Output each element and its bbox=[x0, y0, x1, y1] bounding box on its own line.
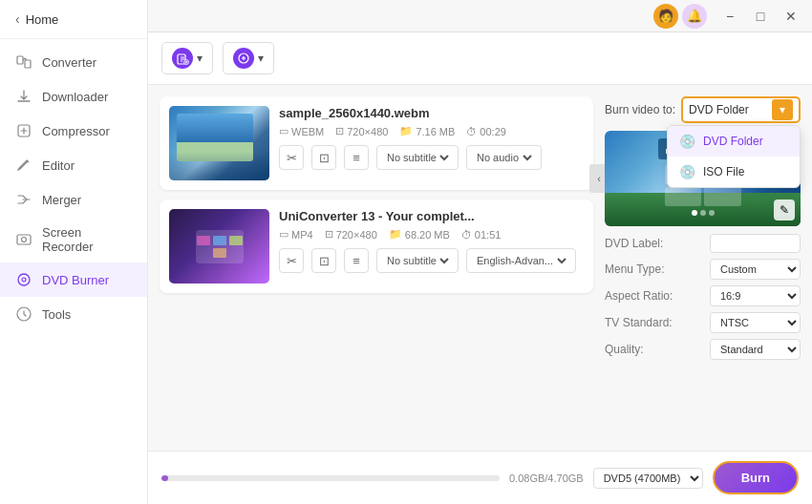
chevron-down-icon: ▾ bbox=[772, 99, 793, 120]
file-card: sample_2560x1440.webm ▭ WEBM ⊡ 720×480 bbox=[160, 96, 593, 190]
file-actions: ✂ ⊡ ≡ No subtitle En bbox=[279, 248, 584, 273]
burn-to-row: Burn video to: DVD Folder ▾ 💿 DVD Folder bbox=[605, 96, 801, 123]
resolution-icon: ⊡ bbox=[325, 228, 333, 241]
sidebar-item-editor[interactable]: Editor bbox=[0, 148, 147, 182]
preview-dot bbox=[692, 210, 697, 216]
svg-point-4 bbox=[22, 238, 27, 242]
notification-icon[interactable]: 🔔 bbox=[682, 4, 707, 29]
quality-select[interactable]: Standard High Low bbox=[710, 339, 801, 360]
format-icon: ▭ bbox=[279, 125, 288, 137]
app-bar: 🧑 🔔 − □ ✕ bbox=[148, 0, 812, 32]
add-file-button[interactable]: ▾ bbox=[161, 42, 213, 74]
subtitle-select[interactable]: No subtitle bbox=[383, 151, 452, 164]
sidebar-nav: Converter Downloader bbox=[0, 39, 147, 504]
file-actions: ✂ ⊡ ≡ No subtitle No bbox=[279, 145, 584, 170]
dvd-label-row: DVD Label: bbox=[605, 234, 801, 253]
sidebar-item-label: Converter bbox=[42, 55, 96, 70]
back-arrow-icon: ‹ bbox=[15, 11, 20, 27]
subtitle-select-wrapper[interactable]: No subtitle bbox=[376, 248, 459, 273]
burn-to-button[interactable]: DVD Folder ▾ bbox=[681, 96, 801, 123]
file-resolution: ⊡ 720×480 bbox=[335, 125, 388, 137]
burn-to-label: Burn video to: bbox=[605, 103, 675, 116]
thumbnail-image bbox=[169, 106, 269, 180]
cut-button[interactable]: ✂ bbox=[279, 145, 304, 170]
add-menu-icon bbox=[233, 48, 254, 69]
sidebar-item-label: Downloader bbox=[42, 90, 108, 104]
main-toolbar: ▾ ▾ bbox=[148, 32, 812, 85]
audio-select-wrapper[interactable]: No audio bbox=[466, 145, 542, 170]
dvd-label-input[interactable] bbox=[710, 234, 801, 253]
file-duration: ⏱ 01:51 bbox=[461, 229, 502, 241]
file-thumbnail bbox=[169, 209, 269, 284]
subtitle-select-wrapper[interactable]: No subtitle bbox=[376, 145, 459, 170]
file-format: ▭ MP4 bbox=[279, 228, 313, 241]
sidebar-item-merger[interactable]: Merger bbox=[0, 182, 147, 217]
quality-row: Quality: Standard High Low bbox=[605, 339, 801, 360]
audio-select[interactable]: No audio bbox=[473, 151, 535, 164]
svg-point-5 bbox=[18, 274, 30, 285]
audio-select[interactable]: English-Advan... bbox=[473, 254, 569, 267]
file-name: sample_2560x1440.webm bbox=[279, 106, 584, 120]
burn-to-dropdown: 💿 DVD Folder 💿 ISO File bbox=[667, 125, 801, 188]
file-size: 📁 7.16 MB bbox=[399, 125, 455, 137]
sidebar-item-downloader[interactable]: Downloader bbox=[0, 79, 147, 114]
downloader-icon bbox=[15, 88, 32, 105]
sidebar-item-screen-recorder[interactable]: Screen Recorder bbox=[0, 217, 147, 262]
sidebar-item-compressor[interactable]: Compressor bbox=[0, 114, 147, 148]
user-avatar-icon[interactable]: 🧑 bbox=[653, 4, 678, 29]
crop-button[interactable]: ⊡ bbox=[311, 248, 336, 273]
duration-icon: ⏱ bbox=[461, 229, 472, 241]
screen-recorder-icon bbox=[15, 231, 32, 248]
tv-standard-row: TV Standard: NTSC PAL bbox=[605, 312, 801, 333]
iso-file-icon: 💿 bbox=[679, 164, 695, 179]
file-format: ▭ WEBM bbox=[279, 125, 324, 137]
merger-icon bbox=[15, 191, 32, 208]
file-meta: ▭ WEBM ⊡ 720×480 📁 7.16 MB bbox=[279, 125, 584, 137]
file-card: UniConverter 13 - Your complet... ▭ MP4 … bbox=[160, 200, 593, 293]
storage-info: 0.08GB/4.70GB bbox=[509, 472, 584, 484]
dropdown-item-dvd-folder[interactable]: 💿 DVD Folder bbox=[668, 126, 800, 157]
dvd-burner-icon bbox=[15, 271, 32, 288]
dropdown-item-iso-file[interactable]: 💿 ISO File bbox=[668, 157, 800, 187]
dvd-folder-icon: 💿 bbox=[679, 134, 695, 149]
sidebar-item-converter[interactable]: Converter bbox=[0, 45, 147, 79]
thumbnail-image bbox=[169, 209, 269, 284]
sidebar-back-button[interactable]: ‹ Home bbox=[0, 0, 147, 39]
effects-button[interactable]: ≡ bbox=[344, 145, 369, 170]
menu-type-label: Menu Type: bbox=[605, 262, 664, 276]
aspect-ratio-label: Aspect Ratio: bbox=[605, 289, 673, 303]
burn-button[interactable]: Burn bbox=[713, 461, 799, 494]
preview-edit-button[interactable]: ✎ bbox=[774, 200, 795, 220]
svg-rect-0 bbox=[17, 56, 23, 64]
maximize-button[interactable]: □ bbox=[747, 3, 774, 30]
sidebar-item-label: DVD Burner bbox=[42, 273, 109, 287]
file-info: sample_2560x1440.webm ▭ WEBM ⊡ 720×480 bbox=[279, 106, 584, 180]
menu-type-select[interactable]: Custom None Style 1 bbox=[710, 259, 801, 280]
sidebar: ‹ Home Converter bbox=[0, 0, 148, 504]
add-file-icon bbox=[172, 48, 193, 69]
aspect-ratio-select[interactable]: 16:9 4:3 bbox=[710, 285, 801, 306]
cut-button[interactable]: ✂ bbox=[279, 248, 304, 273]
menu-type-row: Menu Type: Custom None Style 1 bbox=[605, 259, 801, 280]
sidebar-item-tools[interactable]: Tools bbox=[0, 297, 147, 331]
audio-select-wrapper[interactable]: English-Advan... bbox=[466, 248, 576, 273]
converter-icon bbox=[15, 53, 32, 71]
disc-type-select[interactable]: DVD5 (4700MB) DVD9 (8500MB) bbox=[593, 468, 703, 489]
close-button[interactable]: ✕ bbox=[778, 3, 804, 30]
add-menu-button[interactable]: ▾ bbox=[223, 42, 274, 74]
preview-dot bbox=[709, 210, 715, 216]
file-size: 📁 68.20 MB bbox=[389, 228, 450, 241]
sidebar-item-label: Merger bbox=[42, 193, 81, 207]
chevron-down-icon: ▾ bbox=[197, 52, 203, 65]
effects-button[interactable]: ≡ bbox=[344, 248, 369, 273]
sidebar-item-dvd-burner[interactable]: DVD Burner bbox=[0, 262, 147, 297]
preview-dot bbox=[700, 210, 706, 216]
subtitle-select[interactable]: No subtitle bbox=[383, 254, 452, 267]
crop-button[interactable]: ⊡ bbox=[311, 145, 336, 170]
minimize-button[interactable]: − bbox=[716, 3, 743, 30]
sidebar-item-label: Editor bbox=[42, 158, 75, 173]
tv-standard-select[interactable]: NTSC PAL bbox=[710, 312, 801, 333]
right-panel: Burn video to: DVD Folder ▾ 💿 DVD Folder bbox=[605, 96, 801, 439]
dvd-label-label: DVD Label: bbox=[605, 237, 663, 250]
tv-standard-label: TV Standard: bbox=[605, 316, 673, 329]
